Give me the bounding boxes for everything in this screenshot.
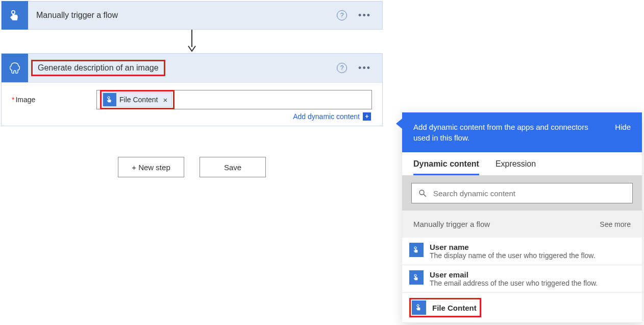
panel-tabs: Dynamic content Expression <box>402 152 642 176</box>
trigger-icon <box>2 1 28 30</box>
hide-button[interactable]: Hide <box>615 122 631 132</box>
item-title: User email <box>430 270 598 279</box>
tab-expression[interactable]: Expression <box>496 159 536 175</box>
param-row-image: *Image File Content × <box>12 90 372 109</box>
token-highlight: File Content × <box>100 90 175 109</box>
trigger-title: Manually trigger a flow <box>28 11 337 20</box>
flow-canvas: Manually trigger a flow ? ••• Generate d… <box>0 0 388 177</box>
dynamic-item-user-email[interactable]: User email The email address of the user… <box>402 265 642 293</box>
svg-point-5 <box>414 247 416 249</box>
svg-point-7 <box>417 305 419 307</box>
panel-header: Add dynamic content from the apps and co… <box>402 112 642 152</box>
svg-point-2 <box>108 97 110 99</box>
tap-icon <box>103 93 116 106</box>
panel-header-text: Add dynamic content from the apps and co… <box>413 122 597 143</box>
add-dynamic-content-link[interactable]: Add dynamic content + <box>12 109 372 122</box>
save-button[interactable]: Save <box>200 157 266 177</box>
svg-point-0 <box>12 11 15 14</box>
connector-arrow <box>1 30 383 53</box>
search-icon <box>418 189 427 198</box>
tap-icon <box>409 243 424 257</box>
panel-caret-icon <box>396 119 402 129</box>
panel-search-wrap <box>402 176 642 211</box>
action-title: Generate description of an image <box>31 60 165 76</box>
dynamic-item-user-name[interactable]: User name The display name of the user w… <box>402 238 642 265</box>
item-desc: The email address of the user who trigge… <box>430 279 598 287</box>
button-row: + New step Save <box>1 126 383 177</box>
trigger-card[interactable]: Manually trigger a flow ? ••• <box>1 1 383 30</box>
action-card-header[interactable]: Generate description of an image ? ••• <box>2 54 382 82</box>
search-field[interactable] <box>433 189 626 198</box>
ai-icon <box>8 61 21 75</box>
action-card[interactable]: Generate description of an image ? ••• *… <box>1 53 383 126</box>
action-card-body: *Image File Content × Add d <box>2 82 382 126</box>
item-title: User name <box>430 243 596 251</box>
help-icon[interactable]: ? <box>337 63 347 73</box>
see-more-link[interactable]: See more <box>600 220 631 228</box>
group-title: Manually trigger a flow <box>413 220 490 228</box>
plus-icon: + <box>363 112 371 121</box>
token-label: File Content <box>119 96 158 104</box>
tap-icon <box>409 270 424 285</box>
search-input[interactable] <box>411 183 633 203</box>
dynamic-content-panel: Add dynamic content from the apps and co… <box>402 112 642 323</box>
item-desc: The display name of the user who trigger… <box>430 251 596 260</box>
required-star-icon: * <box>12 96 14 104</box>
help-icon[interactable]: ? <box>337 10 347 20</box>
more-icon[interactable]: ••• <box>358 63 371 74</box>
tap-icon <box>412 300 426 315</box>
dynamic-item-file-content[interactable]: File Content <box>402 293 642 323</box>
tab-dynamic-content[interactable]: Dynamic content <box>413 159 479 175</box>
svg-point-3 <box>419 190 424 195</box>
panel-group-header: Manually trigger a flow See more <box>402 211 642 238</box>
tap-icon <box>9 9 21 21</box>
param-label: *Image <box>12 96 93 104</box>
svg-point-6 <box>414 274 416 276</box>
image-input[interactable]: File Content × <box>96 90 372 109</box>
token-remove-icon[interactable]: × <box>161 96 168 104</box>
action-icon <box>2 54 28 82</box>
item-title: File Content <box>432 304 477 312</box>
file-content-token[interactable]: File Content × <box>103 92 172 107</box>
more-icon[interactable]: ••• <box>358 10 371 21</box>
new-step-button[interactable]: + New step <box>118 157 184 177</box>
svg-line-4 <box>424 194 426 197</box>
